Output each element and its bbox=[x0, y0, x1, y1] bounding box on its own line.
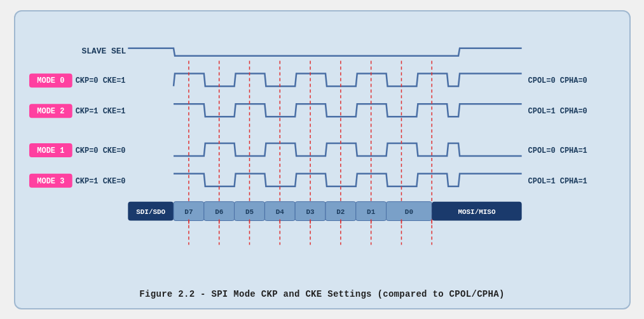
mode0-params: CKP=0 CKE=1 bbox=[75, 76, 125, 85]
mode1-wave bbox=[174, 143, 522, 156]
mode2-label: MODE 2 bbox=[37, 107, 64, 116]
data-d5-label: D5 bbox=[245, 208, 253, 215]
mode2-params: CKP=1 CKE=1 bbox=[75, 107, 125, 116]
mode1-label: MODE 1 bbox=[37, 146, 64, 155]
mode1-right: CPOL=0 CPHA=1 bbox=[528, 146, 587, 155]
data-d7-label: D7 bbox=[184, 208, 193, 215]
figure-caption: Figure 2.2 - SPI Mode CKP and CKE Settin… bbox=[28, 289, 617, 299]
main-container: SLAVE SEL MODE 0 CKP=0 CKE=1 CPOL=0 CPHA… bbox=[14, 10, 631, 309]
data-d0-label: D0 bbox=[404, 208, 413, 215]
data-d1-label: D1 bbox=[367, 208, 376, 215]
mode2-right: CPOL=1 CPHA=0 bbox=[528, 107, 587, 116]
mode1-params: CKP=0 CKE=0 bbox=[75, 146, 125, 155]
mode3-wave bbox=[174, 173, 522, 186]
mode3-right: CPOL=1 CPHA=1 bbox=[528, 176, 587, 185]
slave-sel-wave bbox=[128, 48, 521, 55]
data-d4-label: D4 bbox=[275, 208, 284, 215]
data-mosi-label: MOSI/MISO bbox=[458, 208, 496, 215]
mode3-params: CKP=1 CKE=0 bbox=[75, 176, 125, 185]
mode3-label: MODE 3 bbox=[37, 176, 64, 185]
mode2-wave bbox=[174, 104, 522, 117]
diagram-area: SLAVE SEL MODE 0 CKP=0 CKE=1 CPOL=0 CPHA… bbox=[28, 23, 617, 299]
slave-sel-label: SLAVE SEL bbox=[81, 46, 126, 55]
waveform-diagram: SLAVE SEL MODE 0 CKP=0 CKE=1 CPOL=0 CPHA… bbox=[28, 23, 617, 283]
data-d2-label: D2 bbox=[336, 208, 345, 215]
data-d3-label: D3 bbox=[306, 208, 315, 215]
data-d6-label: D6 bbox=[215, 208, 223, 215]
mode0-right: CPOL=0 CPHA=0 bbox=[528, 76, 587, 85]
data-sdi-label: SDI/SDO bbox=[136, 208, 165, 215]
mode0-wave bbox=[174, 73, 522, 86]
mode0-label: MODE 0 bbox=[37, 76, 64, 85]
